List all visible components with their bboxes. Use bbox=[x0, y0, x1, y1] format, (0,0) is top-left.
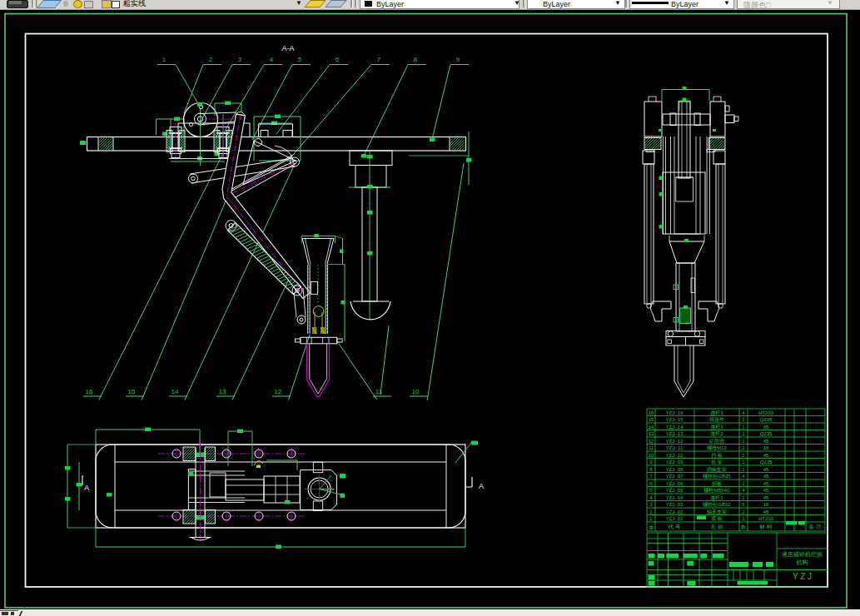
svg-text:A-A: A-A bbox=[281, 44, 294, 52]
svg-text:10: 10 bbox=[412, 388, 420, 395]
svg-text:机 架: 机 架 bbox=[711, 459, 723, 464]
svg-text:材 料: 材 料 bbox=[759, 524, 773, 530]
svg-text:螺母M12: 螺母M12 bbox=[707, 445, 727, 451]
svg-text:焊接件: 焊接件 bbox=[709, 416, 724, 422]
svg-text:YZJ- 08: YZJ- 08 bbox=[665, 467, 684, 472]
svg-text:液压破碎机挖掘: 液压破碎机挖掘 bbox=[782, 551, 823, 558]
svg-text:14: 14 bbox=[649, 425, 654, 430]
svg-text:16: 16 bbox=[86, 388, 93, 395]
svg-text:螺栓组GB12: 螺栓组GB12 bbox=[703, 501, 731, 508]
svg-text:YZJ- 16: YZJ- 16 bbox=[665, 410, 684, 415]
svg-text:7: 7 bbox=[377, 56, 381, 63]
svg-text:序: 序 bbox=[649, 525, 654, 531]
svg-text:8: 8 bbox=[414, 56, 418, 63]
svg-text:A: A bbox=[84, 484, 89, 492]
svg-text:A: A bbox=[479, 482, 484, 490]
svg-text:备 注: 备 注 bbox=[809, 524, 822, 530]
svg-text:11: 11 bbox=[375, 388, 383, 395]
svg-text:折板: 折板 bbox=[712, 481, 722, 487]
svg-text:45: 45 bbox=[763, 481, 769, 486]
svg-text:名 称: 名 称 bbox=[711, 524, 723, 530]
svg-text:YZJ- 10: YZJ- 10 bbox=[665, 453, 684, 458]
svg-text:12: 12 bbox=[649, 439, 654, 444]
svg-text:连杆3: 连杆3 bbox=[710, 425, 723, 430]
svg-text:Y Z J: Y Z J bbox=[793, 572, 812, 581]
svg-text:13: 13 bbox=[219, 388, 226, 395]
svg-text:YZJ- 14: YZJ- 14 bbox=[665, 425, 684, 430]
svg-text:Q235: Q235 bbox=[760, 417, 773, 422]
svg-text:45: 45 bbox=[763, 439, 769, 444]
svg-text:YZJ- 03: YZJ- 03 bbox=[665, 502, 684, 507]
svg-text:16: 16 bbox=[763, 502, 769, 507]
svg-text:6: 6 bbox=[336, 56, 340, 63]
svg-text:挡 板: 挡 板 bbox=[711, 453, 723, 459]
svg-text:16: 16 bbox=[649, 410, 654, 415]
svg-text:连杆1: 连杆1 bbox=[710, 495, 723, 501]
svg-text:13: 13 bbox=[649, 431, 654, 436]
svg-text:45: 45 bbox=[763, 474, 769, 479]
svg-text:45: 45 bbox=[763, 453, 769, 458]
svg-text:15: 15 bbox=[128, 388, 136, 395]
svg-text:机构: 机构 bbox=[797, 559, 808, 566]
svg-text:HT200: HT200 bbox=[758, 516, 774, 521]
svg-text:10: 10 bbox=[649, 453, 654, 458]
svg-text:12: 12 bbox=[275, 388, 282, 395]
svg-text:螺栓M8X40: 螺栓M8X40 bbox=[703, 487, 730, 494]
svg-text:数: 数 bbox=[741, 524, 746, 529]
svg-text:YZJ- 13: YZJ- 13 bbox=[665, 431, 684, 436]
svg-text:代 号: 代 号 bbox=[668, 524, 681, 529]
svg-text:YZJ- 06: YZJ- 06 bbox=[665, 481, 684, 486]
svg-text:4: 4 bbox=[270, 56, 274, 63]
svg-text:1: 1 bbox=[162, 56, 167, 63]
svg-text:2: 2 bbox=[209, 56, 213, 63]
svg-text:11: 11 bbox=[649, 445, 654, 450]
svg-text:YZJ- 12: YZJ- 12 bbox=[665, 439, 684, 444]
svg-text:YZJ- 11: YZJ- 11 bbox=[666, 445, 684, 450]
svg-text:YZJ- 05: YZJ- 05 bbox=[665, 488, 684, 493]
svg-text:YZJ- 15: YZJ- 15 bbox=[665, 417, 684, 422]
svg-text:矿面管: 矿面管 bbox=[709, 438, 724, 445]
svg-text:9: 9 bbox=[456, 56, 460, 63]
svg-text:YZJ- 07: YZJ- 07 bbox=[665, 474, 684, 479]
svg-text:HT200: HT200 bbox=[758, 410, 774, 415]
svg-text:45: 45 bbox=[763, 425, 769, 430]
svg-text:16: 16 bbox=[763, 445, 769, 450]
svg-text:3: 3 bbox=[238, 56, 242, 63]
svg-text:Q235: Q235 bbox=[760, 460, 773, 464]
svg-text:15: 15 bbox=[649, 417, 654, 422]
svg-text:YZJ- 04: YZJ- 04 bbox=[665, 495, 684, 500]
svg-text:螺栓组GB35: 螺栓组GB35 bbox=[703, 473, 731, 479]
svg-text:YZJ- 02: YZJ- 02 bbox=[665, 509, 684, 514]
svg-text:45: 45 bbox=[763, 488, 769, 493]
svg-text:轴承支架: 轴承支架 bbox=[707, 509, 727, 515]
svg-text:底 板: 底 板 bbox=[711, 515, 723, 521]
svg-text:45: 45 bbox=[763, 509, 769, 514]
svg-text:45: 45 bbox=[763, 495, 769, 500]
svg-text:YZJ- 01: YZJ- 01 bbox=[665, 516, 684, 521]
svg-text:14: 14 bbox=[172, 388, 179, 395]
svg-text:连杆2: 连杆2 bbox=[710, 431, 723, 437]
svg-text:连杆3: 连杆3 bbox=[710, 410, 723, 416]
svg-text:5: 5 bbox=[298, 56, 302, 63]
svg-text:45: 45 bbox=[763, 467, 769, 472]
svg-text:挡板支架: 挡板支架 bbox=[707, 466, 727, 473]
svg-text:Q235: Q235 bbox=[760, 431, 773, 436]
svg-text:YZJ- 09: YZJ- 09 bbox=[665, 460, 684, 464]
